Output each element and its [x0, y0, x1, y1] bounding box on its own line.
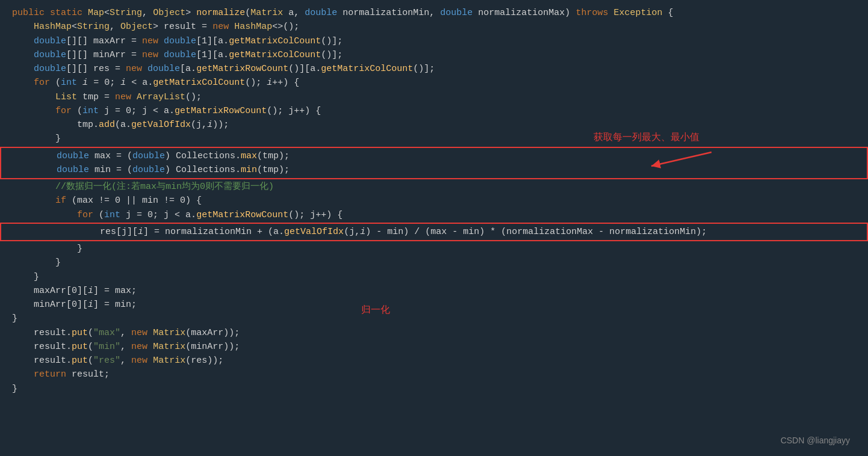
code-line-9: tmp.add(a.getValOfIdx(j,i));: [0, 118, 868, 132]
annotation-text-2: 归一化: [361, 304, 390, 315]
code-line-14: if (max != 0 || min != 0) {: [0, 194, 868, 208]
code-line-25: result.put("res", new Matrix(res));: [0, 354, 868, 368]
annotation-max-min: 获取每一列最大、最小值: [594, 131, 699, 144]
code-line-17: }: [0, 242, 868, 256]
code-line-7: List tmp = new ArrayList();: [0, 90, 868, 104]
code-line-4: double[][] minArr = new double[1][a.getM…: [0, 48, 868, 62]
code-line-15: for (int j = 0; j < a.getMatrixRowCount(…: [0, 208, 868, 222]
code-line-23: result.put("max", new Matrix(maxArr));: [0, 326, 868, 340]
watermark: CSDN @liangjiayy: [781, 436, 850, 445]
red-box-1: double max = (double) Collections.max(tm…: [0, 147, 868, 180]
code-viewer: public static Map<String, Object> normal…: [0, 0, 868, 456]
code-line-6: for (int i = 0; i < a.getMatrixColCount(…: [0, 76, 868, 90]
annotation-normalize: 归一化: [361, 304, 390, 316]
code-line-13: //数据归一化(注:若max与min均为0则不需要归一化): [0, 180, 868, 194]
code-line-12: double min = (double) Collections.min(tm…: [1, 163, 867, 177]
code-line-27: }: [0, 382, 868, 396]
code-line-2: HashMap<String, Object> result = new Has…: [0, 20, 868, 34]
code-line-5: double[][] res = new double[a.getMatrixR…: [0, 62, 868, 76]
code-line-26: return result;: [0, 368, 868, 381]
code-line-18: }: [0, 256, 868, 270]
code-line-20: maxArr[0][i] = max;: [0, 284, 868, 298]
arrow-1: [645, 149, 718, 176]
code-line-19: }: [0, 270, 868, 284]
code-line-10: }: [0, 132, 868, 146]
svg-line-1: [651, 152, 711, 166]
code-line-22: }: [0, 312, 868, 325]
code-line-8: for (int j = 0; j < a.getMatrixRowCount(…: [0, 104, 868, 118]
code-line-11: double max = (double) Collections.max(tm…: [1, 149, 867, 163]
annotation-text-1: 获取每一列最大、最小值: [594, 131, 699, 144]
arrow-svg-1: [645, 149, 718, 173]
code-line-21: minArr[0][i] = min;: [0, 298, 868, 312]
code-line-24: result.put("min", new Matrix(minArr));: [0, 340, 868, 354]
red-box-2: res[j][i] = normalizationMin + (a.getVal…: [0, 223, 868, 241]
code-line-16: res[j][i] = normalizationMin + (a.getVal…: [1, 225, 867, 239]
code-line-1: public static Map<String, Object> normal…: [0, 6, 868, 20]
code-line-3: double[][] maxArr = new double[1][a.getM…: [0, 34, 868, 48]
